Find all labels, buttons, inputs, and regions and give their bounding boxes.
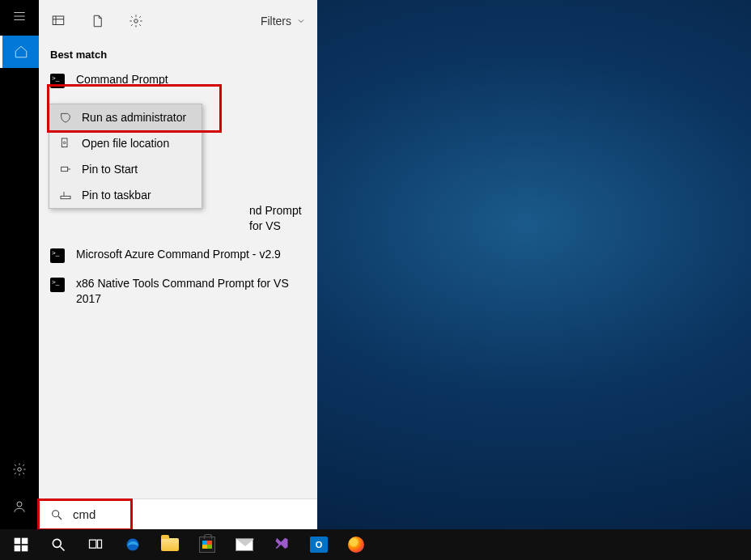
svg-point-15: [53, 510, 59, 516]
shield-icon: [59, 111, 72, 124]
edge-button[interactable]: [115, 529, 151, 560]
task-view-button[interactable]: [78, 529, 113, 560]
result-label: x86 Native Tools Command Prompt for VS 2…: [76, 276, 303, 307]
cmd-icon: [50, 278, 65, 292]
svg-point-4: [17, 502, 22, 507]
best-match-label: Best match: [39, 42, 317, 66]
visual-studio-button[interactable]: [264, 529, 299, 560]
svg-rect-23: [90, 540, 96, 548]
ctx-label: Pin to Start: [82, 163, 138, 176]
ctx-label: Open file location: [82, 137, 169, 150]
context-menu: Run as administrator Open file location …: [49, 104, 202, 209]
result-label: Microsoft Azure Command Prompt - v2.9: [76, 247, 281, 262]
start-button[interactable]: [3, 529, 39, 560]
documents-icon[interactable]: [89, 13, 105, 29]
location-icon: [59, 137, 72, 150]
search-panel: Filters Best match Command Prompt nd Pro…: [39, 0, 317, 529]
svg-rect-17: [15, 538, 21, 545]
svg-line-22: [61, 547, 65, 551]
svg-rect-9: [62, 138, 67, 147]
result-label: Command Prompt: [76, 72, 168, 87]
svg-rect-11: [62, 167, 68, 171]
svg-rect-20: [22, 545, 28, 552]
pin-start-icon: [59, 163, 72, 176]
search-icon: [50, 508, 63, 521]
taskbar: O: [0, 529, 751, 560]
result-azure-cmd[interactable]: Microsoft Azure Command Prompt - v2.9: [39, 240, 317, 269]
svg-rect-13: [61, 196, 70, 198]
apps-icon[interactable]: [50, 13, 66, 29]
menu-button[interactable]: [0, 0, 39, 32]
pin-taskbar-icon: [59, 189, 72, 202]
ctx-label: Pin to taskbar: [82, 189, 151, 202]
svg-rect-5: [53, 16, 64, 25]
svg-point-21: [53, 539, 61, 547]
result-command-prompt[interactable]: Command Prompt: [39, 66, 317, 95]
ctx-label: Run as administrator: [82, 111, 186, 124]
mail-button[interactable]: [227, 529, 262, 560]
panel-header: Filters: [39, 0, 317, 42]
svg-point-8: [134, 19, 138, 23]
ctx-pin-to-start[interactable]: Pin to Start: [49, 156, 202, 182]
home-button[interactable]: [0, 36, 39, 68]
settings-button[interactable]: [0, 453, 39, 486]
taskbar-search-button[interactable]: [40, 529, 76, 560]
svg-rect-19: [15, 545, 21, 552]
account-button[interactable]: [0, 490, 39, 523]
search-box[interactable]: cmd: [39, 498, 317, 529]
store-button[interactable]: [189, 529, 225, 560]
svg-point-10: [63, 142, 66, 144]
svg-rect-18: [22, 538, 28, 545]
svg-point-3: [18, 468, 22, 472]
start-rail: [0, 0, 39, 529]
result-label: nd Prompt for VS: [249, 203, 306, 234]
file-explorer-button[interactable]: [152, 529, 188, 560]
ctx-pin-to-taskbar[interactable]: Pin to taskbar: [49, 182, 202, 208]
firefox-button[interactable]: [338, 529, 374, 560]
ctx-run-as-admin[interactable]: Run as administrator: [49, 104, 202, 130]
filters-dropdown[interactable]: Filters: [261, 15, 306, 28]
chevron-down-icon: [296, 16, 306, 26]
filters-label: Filters: [261, 15, 291, 28]
settings-filter-icon[interactable]: [128, 13, 144, 29]
cmd-icon: [50, 74, 65, 88]
outlook-button[interactable]: O: [301, 529, 337, 560]
ctx-open-file-location[interactable]: Open file location: [49, 130, 202, 156]
search-input-value: cmd: [73, 507, 95, 521]
result-vs-x86[interactable]: x86 Native Tools Command Prompt for VS 2…: [39, 269, 317, 313]
svg-line-16: [58, 516, 62, 520]
cmd-icon: [50, 248, 65, 263]
svg-rect-24: [98, 540, 102, 548]
